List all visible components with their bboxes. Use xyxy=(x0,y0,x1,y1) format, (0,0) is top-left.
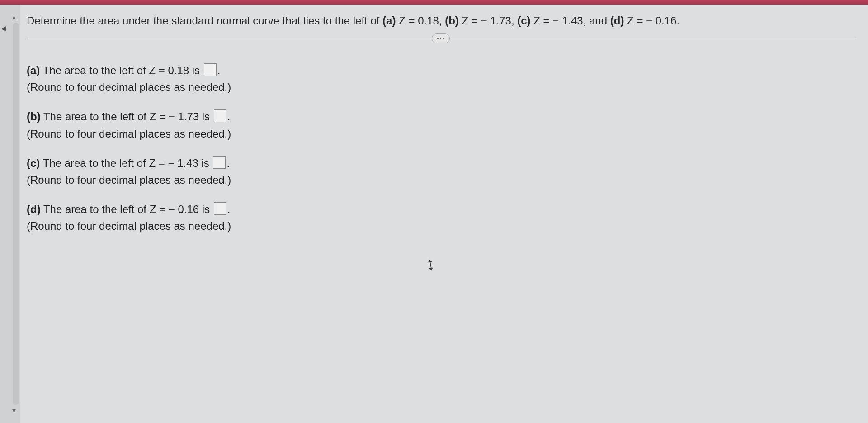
answer-input-a[interactable] xyxy=(204,63,217,76)
part-b: (b) The area to the left of Z = − 1.73 i… xyxy=(27,108,854,142)
q-part-b-label: (b) xyxy=(445,14,459,27)
part-a-label: (a) xyxy=(27,64,40,76)
q-part-d-expr: Z = − 0.16. xyxy=(627,14,679,27)
part-b-text: The area to the left of Z = − 1.73 is xyxy=(41,110,213,123)
part-b-period: . xyxy=(227,110,231,123)
answer-input-c[interactable] xyxy=(213,156,226,169)
scroll-up-icon[interactable]: ▴ xyxy=(12,13,16,21)
part-c-hint: (Round to four decimal places as needed.… xyxy=(27,174,231,186)
part-c-text: The area to the left of Z = − 1.43 is xyxy=(40,157,212,169)
answer-input-d[interactable] xyxy=(214,202,226,215)
dot-icon xyxy=(443,38,444,39)
part-d-period: . xyxy=(227,203,231,215)
part-d-hint: (Round to four decimal places as needed.… xyxy=(27,220,231,232)
part-d: (d) The area to the left of Z = − 0.16 i… xyxy=(27,201,854,234)
part-d-label: (d) xyxy=(27,203,41,215)
q-part-a-label: (a) xyxy=(382,14,396,27)
collapse-left-icon[interactable]: ◂ xyxy=(1,23,6,33)
question-content: Determine the area under the standard no… xyxy=(20,5,868,423)
q-part-c-expr: Z = − 1.43, and xyxy=(533,14,610,27)
part-a: (a) The area to the left of Z = 0.18 is … xyxy=(27,62,854,95)
left-gutter: ◂ ▴ ▾ xyxy=(0,5,20,423)
app-top-bar xyxy=(0,0,868,5)
part-b-label: (b) xyxy=(27,110,41,123)
part-d-text: The area to the left of Z = − 0.16 is xyxy=(41,203,213,215)
q-part-d-label: (d) xyxy=(610,14,624,27)
cursor-icon: ⭥ xyxy=(424,257,438,273)
dot-icon xyxy=(440,38,441,39)
question-intro: Determine the area under the standard no… xyxy=(27,14,382,27)
main-area: ◂ ▴ ▾ Determine the area under the stand… xyxy=(0,5,868,423)
part-c: (c) The area to the left of Z = − 1.43 i… xyxy=(27,155,854,188)
part-b-hint: (Round to four decimal places as needed.… xyxy=(27,128,231,140)
dot-icon xyxy=(437,38,439,39)
scroll-down-icon[interactable]: ▾ xyxy=(12,406,16,415)
question-header: Determine the area under the standard no… xyxy=(27,13,854,29)
q-part-a-expr-text: Z = 0.18, xyxy=(399,14,445,27)
part-c-period: . xyxy=(226,157,230,169)
part-a-period: . xyxy=(217,64,221,76)
q-part-c-label: (c) xyxy=(517,14,530,27)
part-c-label: (c) xyxy=(27,157,40,169)
q-part-b-expr: Z = − 1.73, xyxy=(462,14,518,27)
part-a-text: The area to the left of Z = 0.18 is xyxy=(40,64,203,76)
more-options-button[interactable] xyxy=(432,33,450,43)
answer-input-b[interactable] xyxy=(214,109,226,122)
part-a-hint: (Round to four decimal places as needed.… xyxy=(27,81,231,93)
scrollbar-track[interactable] xyxy=(13,23,19,405)
